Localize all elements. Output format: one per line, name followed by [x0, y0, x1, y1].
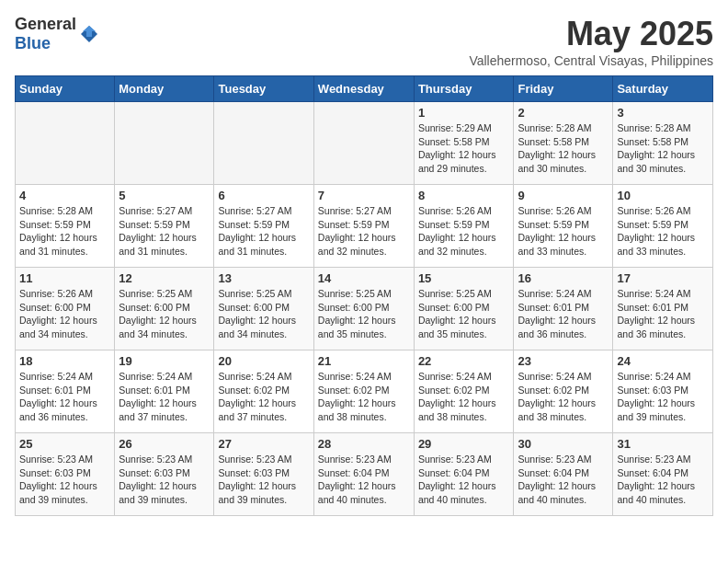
calendar-cell: 5Sunrise: 5:27 AM Sunset: 5:59 PM Daylig…	[115, 185, 214, 268]
day-info: Sunrise: 5:23 AM Sunset: 6:03 PM Dayligh…	[19, 453, 110, 507]
day-info: Sunrise: 5:24 AM Sunset: 6:02 PM Dayligh…	[218, 370, 309, 424]
day-number: 10	[617, 189, 709, 202]
day-number: 2	[518, 106, 609, 120]
day-number: 8	[418, 189, 510, 202]
day-number: 16	[518, 271, 609, 285]
calendar-cell: 6Sunrise: 5:27 AM Sunset: 5:59 PM Daylig…	[214, 185, 313, 268]
logo-blue: Blue	[15, 34, 51, 52]
day-number: 6	[218, 189, 309, 202]
day-info: Sunrise: 5:23 AM Sunset: 6:03 PM Dayligh…	[119, 453, 210, 507]
day-info: Sunrise: 5:27 AM Sunset: 5:59 PM Dayligh…	[218, 204, 309, 259]
day-number: 23	[518, 354, 609, 368]
calendar-cell	[313, 102, 414, 185]
day-info: Sunrise: 5:25 AM Sunset: 6:00 PM Dayligh…	[119, 287, 210, 341]
calendar-week-row: 25Sunrise: 5:23 AM Sunset: 6:03 PM Dayli…	[16, 433, 713, 516]
day-number: 14	[318, 271, 410, 285]
day-number: 11	[19, 271, 110, 285]
calendar-cell: 21Sunrise: 5:24 AM Sunset: 6:02 PM Dayli…	[313, 350, 414, 433]
calendar-cell: 1Sunrise: 5:29 AM Sunset: 5:58 PM Daylig…	[414, 102, 514, 185]
logo-flag-icon	[79, 24, 99, 44]
day-info: Sunrise: 5:26 AM Sunset: 6:00 PM Dayligh…	[19, 287, 110, 341]
day-info: Sunrise: 5:24 AM Sunset: 6:02 PM Dayligh…	[318, 370, 410, 424]
day-number: 26	[119, 437, 210, 451]
day-info: Sunrise: 5:23 AM Sunset: 6:04 PM Dayligh…	[617, 453, 709, 507]
day-info: Sunrise: 5:23 AM Sunset: 6:04 PM Dayligh…	[318, 453, 410, 507]
weekday-header-saturday: Saturday	[613, 76, 713, 102]
weekday-header-monday: Monday	[115, 76, 214, 102]
day-number: 9	[518, 189, 609, 202]
calendar-table: SundayMondayTuesdayWednesdayThursdayFrid…	[15, 75, 713, 516]
day-number: 4	[19, 189, 110, 202]
calendar-cell: 29Sunrise: 5:23 AM Sunset: 6:04 PM Dayli…	[414, 433, 514, 516]
day-number: 30	[518, 437, 609, 451]
day-info: Sunrise: 5:24 AM Sunset: 6:02 PM Dayligh…	[518, 370, 609, 424]
page-header: General Blue May 2025 Vallehermoso, Cent…	[15, 15, 713, 68]
calendar-cell: 8Sunrise: 5:26 AM Sunset: 5:59 PM Daylig…	[414, 185, 514, 268]
logo-general: General	[15, 15, 76, 33]
calendar-cell: 3Sunrise: 5:28 AM Sunset: 5:58 PM Daylig…	[613, 102, 713, 185]
calendar-cell: 22Sunrise: 5:24 AM Sunset: 6:02 PM Dayli…	[414, 350, 514, 433]
calendar-cell: 15Sunrise: 5:25 AM Sunset: 6:00 PM Dayli…	[414, 268, 514, 350]
day-info: Sunrise: 5:26 AM Sunset: 5:59 PM Dayligh…	[418, 204, 510, 259]
day-number: 19	[119, 354, 210, 368]
logo: General Blue	[15, 15, 99, 53]
calendar-week-row: 11Sunrise: 5:26 AM Sunset: 6:00 PM Dayli…	[16, 268, 713, 350]
day-info: Sunrise: 5:23 AM Sunset: 6:04 PM Dayligh…	[418, 453, 510, 507]
calendar-cell: 4Sunrise: 5:28 AM Sunset: 5:59 PM Daylig…	[16, 185, 115, 268]
day-number: 17	[617, 271, 709, 285]
day-info: Sunrise: 5:25 AM Sunset: 6:00 PM Dayligh…	[318, 287, 410, 341]
day-number: 25	[19, 437, 110, 451]
calendar-cell	[16, 102, 115, 185]
calendar-cell: 11Sunrise: 5:26 AM Sunset: 6:00 PM Dayli…	[16, 268, 115, 350]
day-number: 12	[119, 271, 210, 285]
day-info: Sunrise: 5:27 AM Sunset: 5:59 PM Dayligh…	[318, 204, 410, 259]
day-number: 3	[617, 106, 709, 120]
day-number: 20	[218, 354, 309, 368]
calendar-cell: 30Sunrise: 5:23 AM Sunset: 6:04 PM Dayli…	[514, 433, 613, 516]
month-title: May 2025	[469, 15, 713, 53]
day-number: 13	[218, 271, 309, 285]
calendar-header-row: SundayMondayTuesdayWednesdayThursdayFrid…	[16, 76, 713, 102]
weekday-header-thursday: Thursday	[414, 76, 514, 102]
calendar-cell	[214, 102, 313, 185]
calendar-cell: 20Sunrise: 5:24 AM Sunset: 6:02 PM Dayli…	[214, 350, 313, 433]
calendar-week-row: 1Sunrise: 5:29 AM Sunset: 5:58 PM Daylig…	[16, 102, 713, 185]
calendar-week-row: 18Sunrise: 5:24 AM Sunset: 6:01 PM Dayli…	[16, 350, 713, 433]
day-number: 7	[318, 189, 410, 202]
calendar-cell: 24Sunrise: 5:24 AM Sunset: 6:03 PM Dayli…	[613, 350, 713, 433]
day-info: Sunrise: 5:28 AM Sunset: 5:58 PM Dayligh…	[617, 121, 709, 176]
calendar-cell	[115, 102, 214, 185]
calendar-cell: 14Sunrise: 5:25 AM Sunset: 6:00 PM Dayli…	[313, 268, 414, 350]
weekday-header-tuesday: Tuesday	[214, 76, 313, 102]
weekday-header-friday: Friday	[514, 76, 613, 102]
calendar-cell: 10Sunrise: 5:26 AM Sunset: 5:59 PM Dayli…	[613, 185, 713, 268]
calendar-cell: 26Sunrise: 5:23 AM Sunset: 6:03 PM Dayli…	[115, 433, 214, 516]
day-info: Sunrise: 5:25 AM Sunset: 6:00 PM Dayligh…	[418, 287, 510, 341]
weekday-header-sunday: Sunday	[16, 76, 115, 102]
day-number: 27	[218, 437, 309, 451]
day-info: Sunrise: 5:25 AM Sunset: 6:00 PM Dayligh…	[218, 287, 309, 341]
day-number: 5	[119, 189, 210, 202]
day-info: Sunrise: 5:24 AM Sunset: 6:03 PM Dayligh…	[617, 370, 709, 424]
location-subtitle: Vallehermoso, Central Visayas, Philippin…	[469, 53, 713, 68]
day-number: 31	[617, 437, 709, 451]
calendar-cell: 7Sunrise: 5:27 AM Sunset: 5:59 PM Daylig…	[313, 185, 414, 268]
calendar-cell: 17Sunrise: 5:24 AM Sunset: 6:01 PM Dayli…	[613, 268, 713, 350]
calendar-cell: 9Sunrise: 5:26 AM Sunset: 5:59 PM Daylig…	[514, 185, 613, 268]
day-info: Sunrise: 5:26 AM Sunset: 5:59 PM Dayligh…	[518, 204, 609, 259]
day-info: Sunrise: 5:28 AM Sunset: 5:59 PM Dayligh…	[19, 204, 110, 259]
calendar-cell: 18Sunrise: 5:24 AM Sunset: 6:01 PM Dayli…	[16, 350, 115, 433]
day-info: Sunrise: 5:24 AM Sunset: 6:01 PM Dayligh…	[19, 370, 110, 424]
day-number: 21	[318, 354, 410, 368]
day-info: Sunrise: 5:23 AM Sunset: 6:03 PM Dayligh…	[218, 453, 309, 507]
day-info: Sunrise: 5:24 AM Sunset: 6:01 PM Dayligh…	[518, 287, 609, 341]
calendar-cell: 13Sunrise: 5:25 AM Sunset: 6:00 PM Dayli…	[214, 268, 313, 350]
day-number: 22	[418, 354, 510, 368]
day-number: 1	[418, 106, 510, 120]
day-info: Sunrise: 5:29 AM Sunset: 5:58 PM Dayligh…	[418, 121, 510, 176]
calendar-cell: 25Sunrise: 5:23 AM Sunset: 6:03 PM Dayli…	[16, 433, 115, 516]
weekday-header-wednesday: Wednesday	[313, 76, 414, 102]
calendar-cell: 23Sunrise: 5:24 AM Sunset: 6:02 PM Dayli…	[514, 350, 613, 433]
calendar-week-row: 4Sunrise: 5:28 AM Sunset: 5:59 PM Daylig…	[16, 185, 713, 268]
day-info: Sunrise: 5:28 AM Sunset: 5:58 PM Dayligh…	[518, 121, 609, 176]
